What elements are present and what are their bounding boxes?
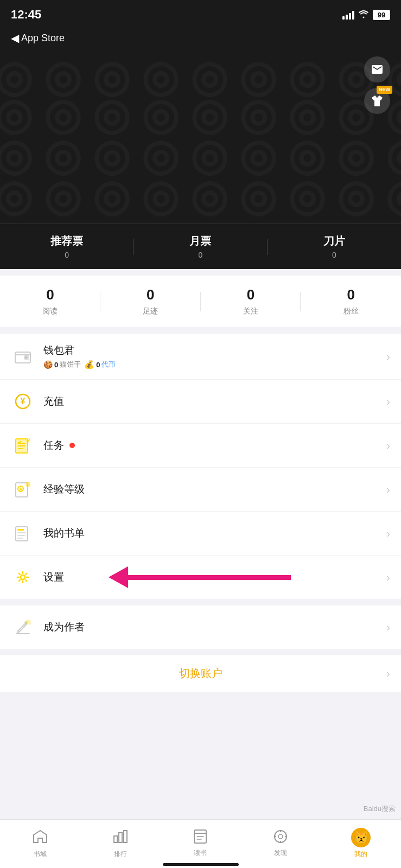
menu-section-2: 成为作者 › — [0, 605, 401, 649]
tab-bookstore-label: 书城 — [34, 850, 47, 859]
menu-item-settings[interactable]: 设置 › — [0, 556, 401, 599]
svg-rect-19 — [114, 836, 117, 843]
stat-blade-value: 0 — [332, 251, 336, 259]
outfit-icon — [371, 94, 384, 107]
menu-item-recharge[interactable]: ¥ 充值 › — [0, 380, 401, 424]
tab-reading[interactable]: 读书 — [161, 820, 241, 863]
watermark: Baidu搜索 — [364, 804, 396, 814]
back-button[interactable]: ◀ App Store — [11, 31, 65, 44]
booklist-title: 我的书单 — [43, 526, 382, 540]
stat-recommend-value: 0 — [65, 251, 69, 259]
become-author-icon — [14, 618, 31, 636]
tab-mine[interactable]: 😾 我的 — [321, 820, 401, 863]
stat-blade-label: 刀片 — [323, 234, 345, 248]
stats-row: 推荐票 0 月票 0 刀片 0 — [0, 224, 401, 269]
tab-bar: 书城 排行 读书 发现 — [0, 819, 401, 868]
recharge-arrow-icon: › — [386, 395, 390, 408]
settings-content: 设置 — [43, 570, 382, 584]
count-footprint[interactable]: 0 足迹 — [100, 286, 201, 316]
tasks-content: 任务 — [43, 438, 382, 452]
new-badge: NEW — [377, 86, 392, 94]
count-reading-label: 阅读 — [42, 307, 58, 316]
stat-monthly[interactable]: 月票 0 — [133, 234, 267, 259]
svg-text:¥: ¥ — [21, 397, 26, 406]
booklist-arrow-icon: › — [386, 527, 390, 540]
mine-avatar: 😾 — [351, 828, 371, 847]
signal-icon — [342, 10, 354, 20]
nav-bar: ◀ App Store — [0, 27, 401, 50]
tab-mine-label: 我的 — [354, 850, 367, 859]
recharge-title: 充值 — [43, 394, 382, 409]
outfit-button[interactable]: NEW — [364, 88, 390, 114]
stat-monthly-label: 月票 — [189, 234, 211, 248]
tab-reading-label: 读书 — [194, 848, 207, 858]
back-arrow-icon: ◀ — [11, 31, 19, 44]
coin-item: 💰 0 代币 — [84, 360, 116, 369]
count-fans-number: 0 — [347, 286, 354, 303]
switch-account-section[interactable]: 切换账户 › — [0, 655, 401, 692]
mine-avatar-icon: 😾 — [354, 831, 368, 845]
recharge-icon: ¥ — [14, 393, 31, 410]
count-follow-label: 关注 — [243, 307, 258, 316]
svg-rect-15 — [17, 535, 25, 536]
settings-icon — [14, 569, 31, 586]
count-fans[interactable]: 0 粉丝 — [301, 286, 401, 316]
wallet-arrow-icon: › — [386, 350, 390, 363]
count-footprint-number: 0 — [147, 286, 154, 303]
count-fans-label: 粉丝 — [343, 307, 359, 316]
ranking-icon — [112, 828, 129, 847]
tasks-arrow-icon: › — [386, 439, 390, 452]
menu-item-become-author[interactable]: 成为作者 › — [0, 605, 401, 649]
svg-rect-11 — [26, 482, 30, 487]
svg-rect-12 — [16, 527, 28, 541]
tab-discover-label: 发现 — [274, 848, 287, 858]
stat-recommend[interactable]: 推荐票 0 — [0, 234, 133, 259]
booklist-icon-wrap — [11, 521, 35, 545]
count-reading-number: 0 — [46, 286, 54, 303]
svg-rect-18 — [26, 620, 30, 624]
home-indicator — [163, 863, 239, 866]
stat-blade[interactable]: 刀片 0 — [268, 234, 401, 259]
menu-item-tasks[interactable]: 任务 › — [0, 424, 401, 468]
tasks-dot-badge — [69, 443, 75, 448]
status-bar: 12:45 99 — [0, 0, 401, 27]
become-author-icon-wrap — [11, 615, 35, 639]
svg-rect-20 — [119, 833, 122, 843]
count-footprint-label: 足迹 — [143, 307, 158, 316]
tab-ranking[interactable]: 排行 — [80, 820, 161, 863]
svg-rect-13 — [17, 529, 24, 531]
menu-item-wallet[interactable]: 钱包君 🍪 0 猫饼干 💰 0 代币 › — [0, 334, 401, 380]
menu-item-level[interactable]: ★ 经验等级 › — [0, 468, 401, 512]
count-reading[interactable]: 0 阅读 — [0, 286, 100, 316]
tab-bookstore[interactable]: 书城 — [0, 820, 80, 863]
header-pattern: ◎◎◎◎◎◎◎◎◎◎◎◎◎◎◎◎◎ ◎◎◎◎◎◎◎◎◎◎◎◎◎◎◎◎◎ ◎◎◎◎… — [0, 50, 401, 224]
settings-icon-wrap — [11, 565, 35, 589]
menu-item-booklist[interactable]: 我的书单 › — [0, 512, 401, 556]
wallet-icon-wrap — [11, 344, 35, 368]
tasks-icon-wrap — [11, 433, 35, 457]
status-icons: 99 — [342, 9, 390, 21]
stat-recommend-label: 推荐票 — [50, 234, 83, 248]
section-divider-1 — [0, 269, 401, 276]
count-follow-number: 0 — [247, 286, 254, 303]
wifi-icon — [358, 9, 370, 21]
level-icon: ★ — [14, 481, 31, 498]
level-title: 经验等级 — [43, 482, 382, 496]
bookstore-icon — [32, 828, 48, 847]
count-follow[interactable]: 0 关注 — [201, 286, 301, 316]
mail-icon — [371, 63, 384, 76]
tab-discover[interactable]: 发现 — [240, 820, 321, 863]
svg-rect-21 — [124, 831, 127, 843]
svg-point-2 — [25, 356, 27, 359]
settings-arrow-icon: › — [386, 571, 390, 584]
level-arrow-icon: › — [386, 483, 390, 496]
svg-point-17 — [21, 575, 25, 579]
switch-account-text: 切换账户 — [179, 666, 222, 681]
tab-ranking-label: 排行 — [114, 850, 127, 859]
wallet-title: 钱包君 — [43, 343, 382, 358]
cookie-item: 🍪 0 猫饼干 — [43, 360, 81, 369]
back-label: App Store — [21, 33, 65, 44]
recharge-icon-wrap: ¥ — [11, 390, 35, 413]
wallet-content: 钱包君 🍪 0 猫饼干 💰 0 代币 — [43, 343, 382, 369]
mail-button[interactable] — [364, 56, 390, 82]
